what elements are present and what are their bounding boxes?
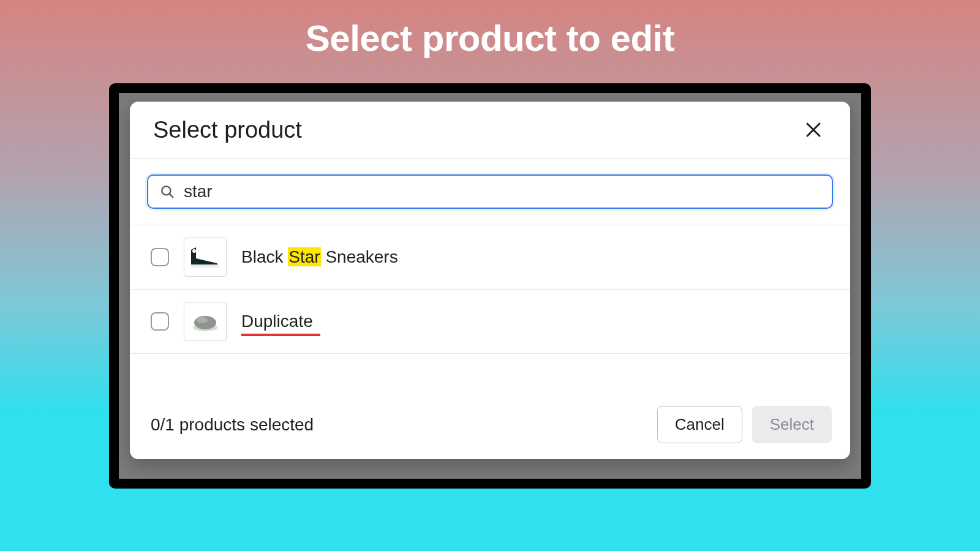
select-button[interactable]: Select (752, 406, 832, 443)
svg-rect-4 (191, 264, 219, 268)
product-name-underlined: Duplicate (241, 312, 313, 331)
product-name-after: Sneakers (321, 247, 398, 266)
svg-line-6 (197, 255, 202, 257)
product-name: Black Star Sneakers (241, 247, 398, 267)
selection-status: 0/1 products selected (151, 415, 314, 435)
app-backdrop: Select product (119, 93, 861, 479)
svg-point-8 (192, 249, 196, 253)
product-list: Black Star Sneakers Duplicate (130, 225, 850, 354)
product-name-highlight: Star (288, 247, 320, 266)
modal-title: Select product (153, 117, 302, 143)
search-section (130, 159, 850, 225)
page-heading: Select product to edit (0, 0, 980, 59)
close-button[interactable] (800, 116, 827, 143)
sneaker-icon (187, 244, 223, 271)
screen-frame: Select product (109, 83, 871, 489)
product-name: Duplicate (241, 312, 313, 331)
search-input[interactable] (184, 182, 821, 201)
svg-point-11 (197, 317, 208, 323)
product-checkbox[interactable] (151, 312, 169, 331)
product-thumbnail (184, 238, 227, 277)
svg-line-5 (197, 252, 201, 255)
modal-footer: 0/1 products selected Cancel Select (130, 391, 850, 459)
select-product-modal: Select product (130, 102, 850, 459)
search-icon (159, 184, 175, 200)
cancel-button[interactable]: Cancel (657, 406, 742, 443)
product-checkbox[interactable] (151, 248, 169, 266)
product-row[interactable]: Black Star Sneakers (130, 225, 850, 290)
search-field[interactable] (147, 174, 833, 209)
product-name-before: Black (241, 247, 288, 266)
stone-icon (187, 308, 223, 335)
modal-header: Select product (130, 102, 850, 159)
product-thumbnail (184, 302, 227, 341)
svg-line-3 (169, 193, 173, 197)
close-icon (804, 121, 823, 139)
product-row[interactable]: Duplicate (130, 290, 850, 354)
footer-buttons: Cancel Select (657, 406, 832, 443)
